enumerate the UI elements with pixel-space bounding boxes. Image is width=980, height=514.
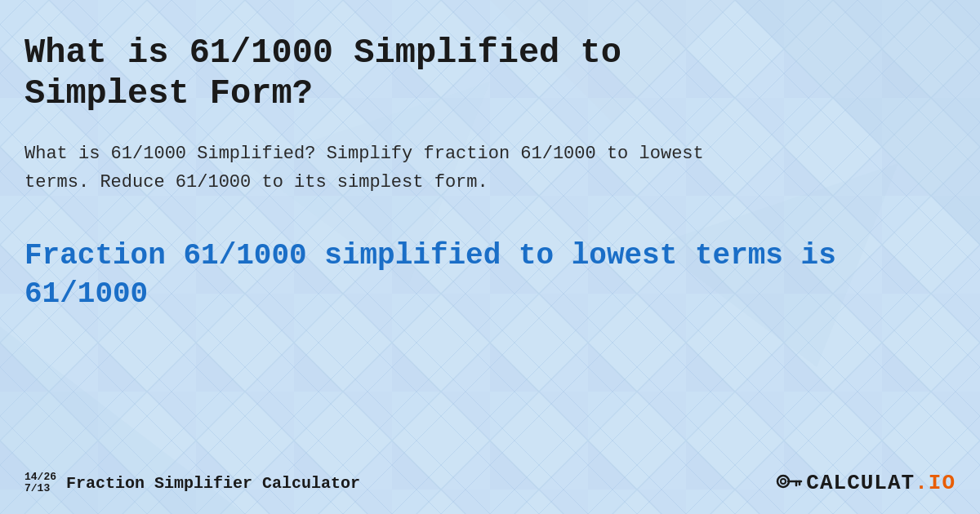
- footer: 14/26 7/13 Fraction Simplifier Calculato…: [24, 468, 956, 498]
- svg-point-16: [781, 479, 786, 484]
- fraction-top: 14/26: [24, 472, 56, 483]
- logo-text: CALCULAT.IO: [806, 471, 956, 495]
- fraction-display: 14/26 7/13: [24, 472, 56, 495]
- footer-left: 14/26 7/13 Fraction Simplifier Calculato…: [24, 472, 360, 495]
- key-icon: [773, 468, 803, 498]
- fraction-bottom: 7/13: [24, 483, 56, 494]
- page-description: What is 61/1000 Simplified? Simplify fra…: [24, 140, 719, 197]
- logo-io: .IO: [915, 471, 956, 495]
- result-text: Fraction 61/1000 simplified to lowest te…: [24, 237, 923, 314]
- footer-label: Fraction Simplifier Calculator: [66, 474, 360, 493]
- page-title: What is 61/1000 Simplified to Simplest F…: [24, 33, 760, 115]
- logo: CALCULAT.IO: [773, 468, 956, 498]
